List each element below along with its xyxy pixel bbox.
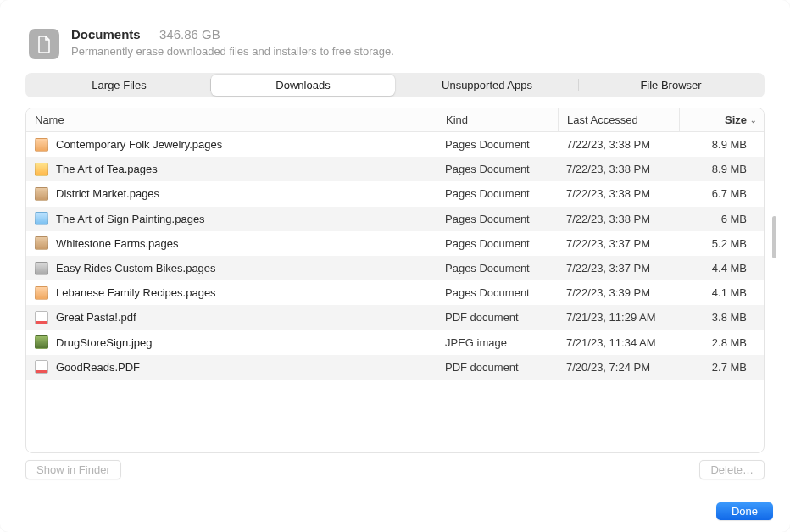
tab-segmented-control: Large Files Downloads Unsupported Apps F… bbox=[25, 73, 765, 97]
file-type-icon bbox=[35, 311, 48, 324]
file-kind: Pages Document bbox=[437, 138, 558, 151]
file-last-accessed: 7/21/23, 11:34 AM bbox=[558, 336, 679, 349]
file-kind: Pages Document bbox=[437, 262, 558, 274]
column-size-label: Size bbox=[725, 114, 747, 126]
table-row[interactable]: Contemporary Folk Jewelry.pagesPages Doc… bbox=[26, 132, 764, 157]
table-body: Contemporary Folk Jewelry.pagesPages Doc… bbox=[26, 132, 764, 452]
file-name: Easy Rides Custom Bikes.pages bbox=[56, 262, 216, 274]
column-last-accessed[interactable]: Last Accessed bbox=[558, 108, 679, 131]
file-kind: Pages Document bbox=[437, 286, 558, 299]
file-list-table: Name Kind Last Accessed Size ⌄ Contempor… bbox=[25, 108, 765, 453]
file-kind: PDF document bbox=[437, 311, 558, 324]
file-kind: Pages Document bbox=[437, 187, 558, 200]
file-size: 8.9 MB bbox=[679, 138, 764, 151]
table-row[interactable]: District Market.pagesPages Document7/22/… bbox=[26, 181, 764, 206]
file-kind: JPEG image bbox=[437, 336, 558, 349]
file-type-icon bbox=[35, 212, 48, 225]
column-kind[interactable]: Kind bbox=[437, 108, 558, 131]
file-kind: PDF document bbox=[437, 361, 558, 374]
file-size: 5.2 MB bbox=[679, 237, 764, 250]
file-type-icon bbox=[35, 187, 48, 201]
file-name: DrugStoreSign.jpeg bbox=[56, 336, 152, 349]
file-last-accessed: 7/20/23, 7:24 PM bbox=[558, 361, 679, 374]
file-name: Contemporary Folk Jewelry.pages bbox=[56, 138, 222, 151]
file-size: 3.8 MB bbox=[679, 311, 764, 324]
table-footer: Show in Finder Delete… bbox=[0, 460, 790, 490]
table-row[interactable]: DrugStoreSign.jpegJPEG image7/21/23, 11:… bbox=[26, 330, 764, 355]
file-size: 4.4 MB bbox=[679, 262, 764, 274]
file-type-icon bbox=[35, 360, 48, 374]
tab-large-files[interactable]: Large Files bbox=[27, 75, 211, 96]
file-name: District Market.pages bbox=[56, 187, 159, 200]
table-row[interactable]: Easy Rides Custom Bikes.pagesPages Docum… bbox=[26, 256, 764, 280]
file-size: 8.9 MB bbox=[679, 163, 764, 175]
table-row[interactable]: Whitestone Farms.pagesPages Document7/22… bbox=[26, 231, 764, 256]
delete-button[interactable]: Delete… bbox=[699, 460, 765, 479]
file-name: The Art of Sign Painting.pages bbox=[56, 213, 205, 225]
file-last-accessed: 7/21/23, 11:29 AM bbox=[558, 311, 679, 324]
file-name: Whitestone Farms.pages bbox=[56, 237, 179, 250]
header-size: 346.86 GB bbox=[159, 27, 220, 42]
file-name: Great Pasta!.pdf bbox=[56, 311, 136, 324]
header-title-line: Documents – 346.86 GB bbox=[71, 27, 761, 42]
file-type-icon bbox=[35, 286, 48, 300]
file-name: Lebanese Family Recipes.pages bbox=[56, 286, 216, 299]
table-row[interactable]: GoodReads.PDFPDF document7/20/23, 7:24 P… bbox=[26, 355, 764, 380]
file-last-accessed: 7/22/23, 3:38 PM bbox=[558, 163, 679, 175]
storage-management-window: Documents – 346.86 GB Permanently erase … bbox=[0, 0, 790, 532]
tab-downloads[interactable]: Downloads bbox=[211, 75, 395, 96]
file-name: GoodReads.PDF bbox=[56, 361, 140, 374]
scrollbar-thumb[interactable] bbox=[772, 216, 776, 258]
tab-unsupported-apps[interactable]: Unsupported Apps bbox=[395, 75, 579, 96]
file-type-icon bbox=[35, 138, 48, 152]
table-row[interactable]: The Art of Tea.pagesPages Document7/22/2… bbox=[26, 157, 764, 181]
sort-descending-icon: ⌄ bbox=[750, 116, 757, 125]
file-last-accessed: 7/22/23, 3:38 PM bbox=[558, 138, 679, 151]
column-name[interactable]: Name bbox=[26, 108, 437, 131]
file-size: 2.8 MB bbox=[679, 336, 764, 349]
file-last-accessed: 7/22/23, 3:38 PM bbox=[558, 213, 679, 225]
done-button[interactable]: Done bbox=[716, 502, 773, 520]
file-size: 2.7 MB bbox=[679, 361, 764, 374]
file-type-icon bbox=[35, 262, 48, 275]
header-title: Documents bbox=[71, 27, 141, 42]
table-row[interactable]: Lebanese Family Recipes.pagesPages Docum… bbox=[26, 280, 764, 305]
file-size: 4.1 MB bbox=[679, 286, 764, 299]
header: Documents – 346.86 GB Permanently erase … bbox=[0, 0, 790, 73]
file-size: 6 MB bbox=[679, 213, 764, 225]
table-row[interactable]: The Art of Sign Painting.pagesPages Docu… bbox=[26, 207, 764, 231]
show-in-finder-button[interactable]: Show in Finder bbox=[25, 460, 121, 479]
file-last-accessed: 7/22/23, 3:39 PM bbox=[558, 286, 679, 299]
table-header: Name Kind Last Accessed Size ⌄ bbox=[26, 108, 764, 132]
file-type-icon bbox=[35, 236, 48, 250]
file-last-accessed: 7/22/23, 3:37 PM bbox=[558, 237, 679, 250]
dialog-footer: Done bbox=[0, 490, 790, 532]
file-type-icon bbox=[35, 335, 48, 349]
file-kind: Pages Document bbox=[437, 213, 558, 225]
file-last-accessed: 7/22/23, 3:37 PM bbox=[558, 262, 679, 274]
file-last-accessed: 7/22/23, 3:38 PM bbox=[558, 187, 679, 200]
tab-file-browser[interactable]: File Browser bbox=[579, 75, 763, 96]
file-name: The Art of Tea.pages bbox=[56, 163, 158, 175]
table-row[interactable]: Great Pasta!.pdfPDF document7/21/23, 11:… bbox=[26, 305, 764, 330]
file-kind: Pages Document bbox=[437, 163, 558, 175]
column-size[interactable]: Size ⌄ bbox=[679, 108, 764, 131]
documents-icon bbox=[29, 29, 59, 59]
file-type-icon bbox=[35, 163, 48, 176]
header-subtitle: Permanently erase downloaded files and i… bbox=[71, 45, 761, 58]
file-kind: Pages Document bbox=[437, 237, 558, 250]
header-separator: – bbox=[147, 27, 153, 42]
file-size: 6.7 MB bbox=[679, 187, 764, 200]
